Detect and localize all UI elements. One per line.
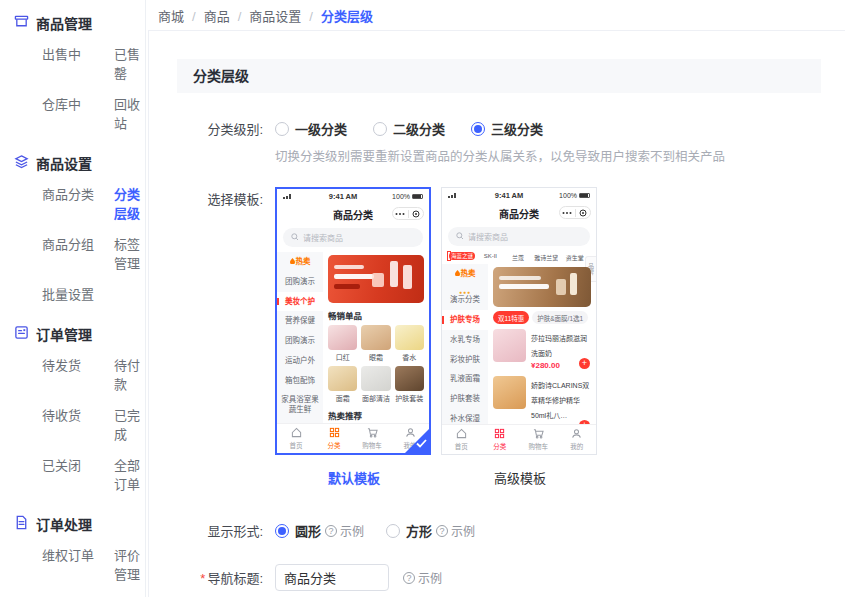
- brand-item[interactable]: 兰蔻: [507, 253, 530, 262]
- category-item[interactable]: 团购演示: [277, 331, 323, 351]
- promo-banner[interactable]: [493, 267, 591, 307]
- radio-selected-icon[interactable]: [471, 122, 485, 136]
- radio-circle-icon[interactable]: [275, 122, 289, 136]
- chip-filter[interactable]: 护肤&面膜/1选1: [532, 311, 588, 324]
- sidebar-group-product-settings-header[interactable]: 商品设置: [14, 144, 145, 180]
- chip-sale[interactable]: 双11特惠: [493, 311, 529, 324]
- radio-level-1[interactable]: 一级分类: [275, 119, 347, 138]
- category-item[interactable]: 乳液面霜: [442, 369, 488, 389]
- radio-level-2[interactable]: 二级分类: [373, 119, 445, 138]
- sidebar-item-all-orders[interactable]: 全部订单: [114, 455, 145, 493]
- radio-circle-icon[interactable]: [386, 524, 400, 538]
- add-to-cart-button[interactable]: +: [579, 420, 590, 424]
- radio-display-circle[interactable]: 圆形: [275, 521, 321, 540]
- close-target-icon[interactable]: [409, 210, 424, 218]
- phone-preview-advanced[interactable]: 9:41 AM 100% 商品分类: [441, 187, 597, 455]
- product-image: [361, 366, 390, 391]
- breadcrumb-product[interactable]: 商品: [204, 6, 242, 25]
- tab-cart[interactable]: 购物车: [353, 424, 391, 453]
- sidebar-item-dispute-orders[interactable]: 维权订单: [42, 545, 114, 583]
- template-advanced[interactable]: 9:41 AM 100% 商品分类: [441, 187, 599, 487]
- breadcrumb-product-settings[interactable]: 商品设置: [249, 6, 313, 25]
- category-item[interactable]: ●●●演示分类: [442, 284, 488, 310]
- sidebar-item-review-management[interactable]: 评价管理: [114, 545, 145, 583]
- nav-title-input[interactable]: [275, 564, 389, 591]
- sidebar-item-warehouse[interactable]: 仓库中: [42, 94, 114, 132]
- sidebar-group-order-processing-header[interactable]: 订单处理: [14, 505, 145, 541]
- brand-item-selected[interactable]: 海蓝之谜: [449, 253, 474, 262]
- product-name: 娇韵诗CLARINS双萃精华修护精华50ml礼八…: [531, 382, 589, 419]
- product-tile[interactable]: 面霜: [328, 366, 357, 403]
- brand-item[interactable]: 雅诗兰黛: [534, 253, 558, 262]
- product-row[interactable]: 莎拉玛丽洁颜滋润洗面奶 ¥280.00 +: [493, 329, 591, 370]
- product-tile[interactable]: 护肤套装: [395, 366, 424, 403]
- tab-home[interactable]: 首页: [277, 424, 315, 453]
- phone-preview-default[interactable]: 9:41 AM 100% 商品分类: [275, 187, 431, 455]
- category-item-active[interactable]: 护肤专场: [442, 310, 488, 330]
- product-tile[interactable]: 香水: [395, 325, 424, 362]
- sidebar-group-orders-header[interactable]: 订单管理: [14, 315, 145, 351]
- template-row: 选择模板: 9:41 AM 100%: [177, 187, 821, 487]
- level-label: 分类级别:: [177, 119, 263, 138]
- breadcrumb-mall[interactable]: 商城: [158, 6, 196, 25]
- template-default[interactable]: 9:41 AM 100% 商品分类: [275, 187, 433, 487]
- example-link-square[interactable]: 示例: [436, 522, 475, 539]
- more-dots-icon[interactable]: [560, 211, 575, 215]
- category-item[interactable]: 运动户外: [277, 351, 323, 371]
- phone-search-input[interactable]: 请搜索商品: [448, 227, 590, 246]
- brand-item[interactable]: 资生堂: [563, 253, 586, 262]
- product-tile[interactable]: 面部清洁: [361, 366, 390, 403]
- category-item[interactable]: 箱包配饰: [277, 371, 323, 391]
- add-to-cart-button[interactable]: +: [579, 358, 590, 369]
- phone-search-input[interactable]: 请搜索商品: [283, 228, 423, 247]
- category-item[interactable]: 补水保湿: [442, 409, 488, 424]
- category-item[interactable]: 营养保健: [277, 311, 323, 331]
- sidebar-item-batch-settings[interactable]: 批量设置: [42, 284, 114, 303]
- tab-category-active[interactable]: 分类: [315, 424, 353, 453]
- category-item[interactable]: 团购演示: [277, 272, 323, 292]
- sidebar-item-completed[interactable]: 已完成: [114, 405, 145, 443]
- tab-profile[interactable]: 我的: [558, 425, 597, 454]
- category-item[interactable]: 护肤套装: [442, 389, 488, 409]
- category-item-hot[interactable]: 热卖: [277, 252, 323, 272]
- sidebar-item-tag-management[interactable]: 标签管理: [114, 234, 145, 272]
- example-link-navtitle[interactable]: 示例: [403, 569, 442, 586]
- tab-home[interactable]: 首页: [442, 425, 481, 454]
- more-dots-icon[interactable]: [393, 212, 408, 216]
- sidebar-item-onsale[interactable]: 出售中: [42, 44, 114, 82]
- product-tile[interactable]: 眼霜: [361, 325, 390, 362]
- brand-item[interactable]: SK-II: [479, 253, 502, 262]
- example-link-circle[interactable]: 示例: [325, 522, 364, 539]
- radio-circle-icon[interactable]: [373, 122, 387, 136]
- category-item-hot[interactable]: 热卖: [442, 264, 488, 284]
- product-tile[interactable]: 口红: [328, 325, 357, 362]
- sidebar-item-toreceive[interactable]: 待收货: [42, 405, 114, 443]
- template-advanced-label[interactable]: 高级模板: [494, 468, 546, 487]
- sidebar-group-products-header[interactable]: 商品管理: [14, 4, 145, 40]
- radio-level-3[interactable]: 三级分类: [471, 119, 543, 138]
- display-row: 显示形式: 圆形 示例: [177, 521, 821, 540]
- sidebar-item-toship[interactable]: 待发货: [42, 355, 114, 393]
- radio-display-square[interactable]: 方形: [386, 521, 432, 540]
- sidebar-item-topay[interactable]: 待付款: [114, 355, 145, 393]
- category-item[interactable]: 自有品牌之食品饮料: [277, 420, 323, 423]
- category-item[interactable]: 水乳专场: [442, 330, 488, 350]
- sidebar-item-product-group[interactable]: 商品分组: [42, 234, 114, 272]
- category-item-active[interactable]: 美妆个护: [277, 292, 323, 312]
- sidebar-item-recyclebin[interactable]: 回收站: [114, 94, 145, 132]
- miniapp-capsule[interactable]: [559, 206, 591, 219]
- miniapp-capsule[interactable]: [392, 207, 424, 220]
- sidebar-item-soldout[interactable]: 已售罄: [114, 44, 145, 82]
- sidebar-item-category-level[interactable]: 分类层级: [114, 184, 145, 222]
- template-default-label[interactable]: 默认模板: [328, 468, 380, 487]
- radio-selected-icon[interactable]: [275, 524, 289, 538]
- tab-cart[interactable]: 购物车: [519, 425, 558, 454]
- close-target-icon[interactable]: [576, 209, 591, 217]
- tab-category-active[interactable]: 分类: [481, 425, 520, 454]
- category-item[interactable]: 家具浴室果蔬生鲜: [277, 390, 323, 420]
- promo-banner[interactable]: [328, 255, 424, 303]
- product-row[interactable]: 娇韵诗CLARINS双萃精华修护精华50ml礼八… ¥430.56 +: [493, 376, 591, 424]
- category-item[interactable]: 彩妆护肤: [442, 350, 488, 370]
- sidebar-item-closed[interactable]: 已关闭: [42, 455, 114, 493]
- sidebar-item-product-category[interactable]: 商品分类: [42, 184, 114, 222]
